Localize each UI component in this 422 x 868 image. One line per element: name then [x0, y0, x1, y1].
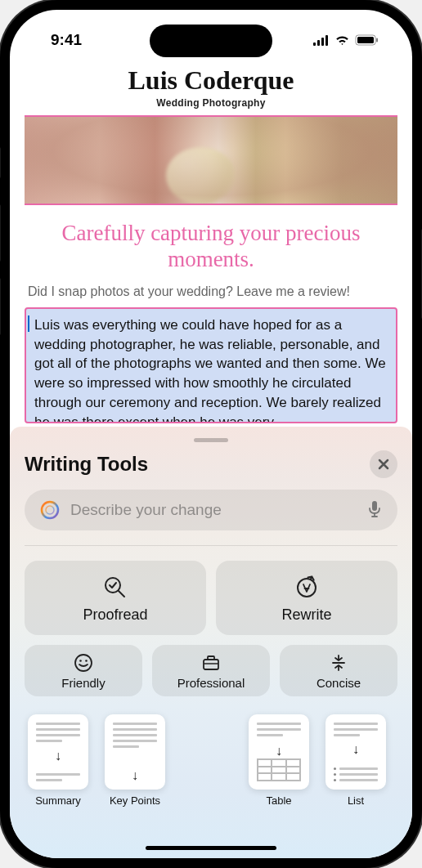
- sheet-grabber[interactable]: [194, 438, 228, 442]
- wifi-icon: [334, 34, 350, 46]
- key-points-thumb-icon: ↓: [105, 714, 165, 790]
- review-prompt: Did I snap photos at your wedding? Leave…: [10, 284, 412, 299]
- apple-intelligence-icon: [39, 499, 61, 521]
- svg-rect-5: [357, 37, 374, 43]
- proofread-label: Proofread: [83, 606, 147, 624]
- battery-icon: [355, 34, 379, 46]
- key-points-button[interactable]: ↓ Key Points: [105, 714, 165, 807]
- friendly-label: Friendly: [61, 676, 105, 690]
- svg-point-15: [75, 655, 92, 671]
- proofread-button[interactable]: Proofread: [25, 561, 206, 635]
- svg-rect-6: [376, 38, 378, 43]
- professional-button[interactable]: Professional: [152, 645, 270, 696]
- friendly-button[interactable]: Friendly: [25, 645, 142, 696]
- input-placeholder: Describe your change: [70, 501, 358, 519]
- selected-text-area[interactable]: Luis was everything we could have hoped …: [25, 307, 397, 423]
- concise-icon: [329, 653, 348, 673]
- microphone-icon[interactable]: [368, 500, 383, 520]
- svg-rect-1: [317, 40, 320, 46]
- brand-heading: Luis Coderque: [25, 65, 397, 96]
- table-label: Table: [266, 794, 291, 807]
- table-button[interactable]: ↓ Table: [249, 714, 309, 807]
- svg-point-14: [298, 579, 316, 597]
- svg-rect-0: [313, 43, 316, 46]
- close-icon: [378, 459, 389, 470]
- hero-image[interactable]: [25, 115, 397, 205]
- svg-point-8: [46, 506, 54, 514]
- summary-button[interactable]: ↓ Summary: [28, 714, 88, 807]
- summary-thumb-icon: ↓: [28, 714, 88, 790]
- status-time: 9:41: [51, 31, 82, 49]
- smile-icon: [74, 653, 93, 673]
- panel-title: Writing Tools: [25, 453, 148, 476]
- key-points-label: Key Points: [110, 794, 160, 807]
- list-label: List: [348, 794, 364, 807]
- writing-tools-panel: Writing Tools: [10, 427, 412, 858]
- close-button[interactable]: [370, 450, 397, 478]
- professional-label: Professional: [177, 676, 245, 690]
- selected-text: Luis was everything we could have hoped …: [34, 317, 386, 423]
- concise-label: Concise: [316, 676, 361, 690]
- briefcase-icon: [201, 653, 221, 673]
- svg-point-17: [85, 660, 88, 662]
- home-indicator[interactable]: [146, 846, 276, 850]
- svg-point-16: [79, 660, 82, 662]
- summary-label: Summary: [35, 794, 81, 807]
- dynamic-island: [150, 25, 272, 57]
- magnifier-check-icon: [103, 575, 128, 600]
- rewrite-label: Rewrite: [281, 606, 331, 624]
- list-button[interactable]: ↓ List: [325, 714, 386, 807]
- cellular-icon: [313, 35, 330, 46]
- svg-rect-18: [204, 660, 218, 669]
- svg-point-7: [42, 502, 58, 518]
- svg-rect-2: [321, 38, 324, 46]
- svg-rect-9: [372, 501, 377, 511]
- concise-button[interactable]: Concise: [280, 645, 397, 696]
- divider: [25, 545, 397, 546]
- svg-line-13: [119, 591, 124, 597]
- list-thumb-icon: ↓: [325, 714, 386, 790]
- rewrite-button[interactable]: Rewrite: [216, 561, 397, 635]
- rewrite-icon: [294, 575, 319, 600]
- table-thumb-icon: ↓: [249, 714, 309, 790]
- tagline-text: Carefully capturing your precious moment…: [29, 220, 393, 273]
- describe-change-input[interactable]: Describe your change: [25, 490, 397, 530]
- svg-rect-3: [325, 35, 328, 46]
- brand-subtitle: Wedding Photography: [25, 97, 397, 109]
